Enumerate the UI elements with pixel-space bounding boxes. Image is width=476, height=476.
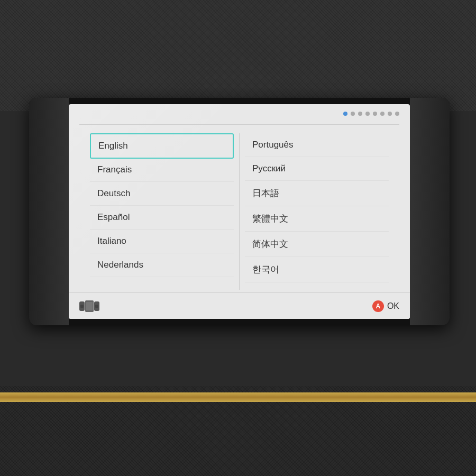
joycon-right	[410, 98, 450, 325]
joycon-left	[29, 98, 69, 325]
language-label-japanese: 日本語	[252, 188, 279, 198]
language-item-german[interactable]: Deutsch	[90, 182, 234, 206]
language-label-russian: Русский	[252, 163, 286, 173]
screen: English Français Deutsch Español Italian…	[69, 104, 410, 319]
ok-button[interactable]: A OK	[372, 300, 399, 312]
switch-device: English Français Deutsch Español Italian…	[29, 98, 450, 325]
language-item-traditional-chinese[interactable]: 繁體中文	[245, 206, 389, 232]
language-label-dutch: Nederlands	[97, 260, 143, 270]
language-column-right: Português Русский 日本語 繁體中文 简体中文	[245, 133, 389, 290]
ok-label: OK	[387, 301, 399, 311]
language-label-german: Deutsch	[97, 188, 130, 198]
dot-6	[380, 112, 385, 116]
column-divider	[239, 133, 240, 290]
a-button-circle: A	[372, 300, 384, 312]
language-label-english: English	[98, 141, 128, 151]
language-item-portuguese[interactable]: Português	[245, 133, 389, 157]
language-item-japanese[interactable]: 日本語	[245, 181, 389, 206]
top-divider	[79, 124, 399, 125]
language-item-dutch[interactable]: Nederlands	[90, 253, 234, 277]
page-dots	[343, 112, 399, 116]
dot-2	[351, 112, 355, 116]
dot-5	[373, 112, 377, 116]
fabric-top	[0, 0, 476, 111]
language-column-left: English Français Deutsch Español Italian…	[90, 133, 234, 290]
dot-3	[358, 112, 362, 116]
language-label-traditional-chinese: 繁體中文	[252, 214, 288, 224]
a-button-label: A	[376, 303, 381, 310]
language-label-simplified-chinese: 简体中文	[252, 239, 288, 249]
language-item-simplified-chinese[interactable]: 简体中文	[245, 232, 389, 257]
language-label-italian: Italiano	[97, 236, 126, 246]
language-item-russian[interactable]: Русский	[245, 157, 389, 181]
svg-rect-1	[80, 305, 84, 308]
language-label-french: Français	[97, 164, 132, 175]
language-item-english[interactable]: English	[90, 133, 234, 159]
zipper-strip	[0, 392, 476, 402]
svg-rect-3	[86, 302, 93, 310]
dot-8	[395, 112, 399, 116]
bottom-bar: A OK	[69, 292, 410, 319]
language-label-korean: 한국어	[252, 264, 279, 274]
language-label-spanish: Español	[97, 212, 130, 222]
language-item-korean[interactable]: 한국어	[245, 257, 389, 282]
dot-7	[388, 112, 392, 116]
language-item-spanish[interactable]: Español	[90, 206, 234, 230]
svg-rect-5	[95, 305, 98, 308]
outer-background: English Français Deutsch Español Italian…	[0, 0, 476, 476]
language-label-portuguese: Português	[252, 140, 294, 150]
switch-icon-svg	[79, 300, 99, 312]
dot-4	[365, 112, 370, 116]
language-item-italian[interactable]: Italiano	[90, 230, 234, 253]
dot-1	[343, 112, 347, 116]
switch-console-icon	[79, 300, 99, 312]
language-container: English Français Deutsch Español Italian…	[90, 133, 389, 290]
language-item-french[interactable]: Français	[90, 158, 234, 182]
